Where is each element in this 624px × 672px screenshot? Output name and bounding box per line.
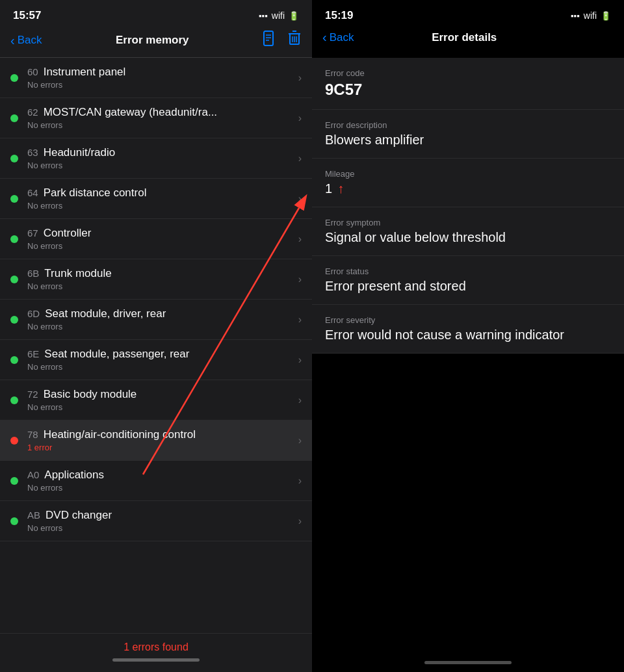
status-dot bbox=[10, 316, 18, 324]
error-description-section: Error description Blowers amplifier bbox=[312, 110, 624, 159]
item-title: 64Park distance control bbox=[27, 187, 298, 200]
error-status-label: Error status bbox=[325, 266, 611, 276]
item-subtitle: No errors bbox=[27, 523, 298, 533]
top-spacer bbox=[312, 51, 624, 58]
status-dot bbox=[10, 477, 18, 485]
item-subtitle: No errors bbox=[27, 322, 298, 331]
svg-rect-0 bbox=[264, 31, 273, 45]
status-dot bbox=[10, 114, 18, 122]
status-dot bbox=[10, 195, 18, 203]
right-chevron-icon: ‹ bbox=[322, 30, 327, 45]
status-dot bbox=[10, 155, 18, 162]
wifi-icon: wifi bbox=[272, 10, 285, 21]
mileage-value: 1 ↑ bbox=[325, 181, 611, 196]
battery-icon: 🔋 bbox=[289, 11, 299, 21]
status-dot bbox=[10, 276, 18, 283]
arrow-pointer-icon: ↑ bbox=[337, 181, 344, 196]
item-subtitle: No errors bbox=[27, 241, 298, 251]
signal-icon: ▪▪▪ bbox=[571, 11, 580, 21]
list-item-error[interactable]: 78Heating/air-conditioning control 1 err… bbox=[0, 420, 312, 461]
item-subtitle: No errors bbox=[27, 201, 298, 211]
item-title: 6DSeat module, driver, rear bbox=[27, 307, 298, 320]
left-back-button[interactable]: ‹ Back bbox=[10, 33, 42, 48]
item-title: 6BTrunk module bbox=[27, 267, 298, 280]
item-subtitle: No errors bbox=[27, 120, 298, 130]
error-count-label: 1 errors found bbox=[8, 641, 304, 653]
list-item[interactable]: A0Applications No errors › bbox=[0, 461, 312, 501]
item-subtitle: No errors bbox=[27, 483, 298, 493]
document-icon-button[interactable] bbox=[263, 30, 277, 51]
status-dot bbox=[10, 235, 18, 243]
right-status-icons: ▪▪▪ wifi 🔋 bbox=[571, 10, 611, 21]
left-nav-actions bbox=[263, 30, 302, 51]
left-nav-title: Error memory bbox=[116, 34, 188, 47]
chevron-icon: › bbox=[298, 112, 302, 124]
item-title: 63Headunit/radio bbox=[27, 146, 298, 159]
status-dot bbox=[10, 396, 18, 404]
error-code-section: Error code 9C57 bbox=[312, 58, 624, 110]
chevron-icon: › bbox=[298, 153, 302, 164]
chevron-icon: › bbox=[298, 193, 302, 205]
right-back-button[interactable]: ‹ Back bbox=[322, 30, 354, 45]
list-item[interactable]: 64Park distance control No errors › bbox=[0, 179, 312, 219]
error-code-value: 9C57 bbox=[325, 81, 611, 99]
list-item[interactable]: 72Basic body module No errors › bbox=[0, 380, 312, 420]
list-item[interactable]: ABDVD changer No errors › bbox=[0, 501, 312, 541]
right-footer bbox=[312, 651, 624, 672]
chevron-icon: › bbox=[298, 394, 302, 406]
error-description-label: Error description bbox=[325, 120, 611, 130]
error-severity-value: Error would not cause a warning indicato… bbox=[325, 328, 611, 342]
left-list: 60Instrument panel No errors › 62MOST/CA… bbox=[0, 58, 312, 633]
chevron-icon: › bbox=[298, 233, 302, 245]
status-dot bbox=[10, 356, 18, 364]
item-subtitle: No errors bbox=[27, 402, 298, 412]
home-indicator bbox=[112, 658, 200, 662]
error-symptom-value: Signal or value below threshold bbox=[325, 230, 611, 245]
item-subtitle: No errors bbox=[27, 80, 298, 90]
list-item[interactable]: 62MOST/CAN gateway (headunit/ra... No er… bbox=[0, 98, 312, 138]
list-item[interactable]: 63Headunit/radio No errors › bbox=[0, 138, 312, 179]
item-title: 78Heating/air-conditioning control bbox=[27, 428, 298, 441]
item-title: 6ESeat module, passenger, rear bbox=[27, 348, 298, 361]
error-code-label: Error code bbox=[325, 68, 611, 78]
right-nav-title: Error details bbox=[432, 31, 497, 44]
error-description-value: Blowers amplifier bbox=[325, 133, 611, 148]
mileage-label: Mileage bbox=[325, 169, 611, 179]
item-title: 67Controller bbox=[27, 227, 298, 240]
left-time: 15:57 bbox=[13, 9, 41, 22]
item-subtitle: No errors bbox=[27, 161, 298, 170]
right-panel: 15:19 ▪▪▪ wifi 🔋 ‹ Back Error details Er… bbox=[312, 0, 624, 672]
left-footer: 1 errors found bbox=[0, 633, 312, 672]
left-status-icons: ▪▪▪ wifi 🔋 bbox=[259, 10, 299, 21]
left-status-bar: 15:57 ▪▪▪ wifi 🔋 bbox=[0, 0, 312, 27]
left-back-label: Back bbox=[18, 34, 42, 47]
right-status-bar: 15:19 ▪▪▪ wifi 🔋 bbox=[312, 0, 624, 27]
battery-icon: 🔋 bbox=[601, 11, 611, 21]
chevron-icon: › bbox=[298, 72, 302, 84]
signal-icon: ▪▪▪ bbox=[259, 11, 268, 21]
list-item[interactable]: 6ESeat module, passenger, rear No errors… bbox=[0, 340, 312, 380]
left-nav-bar: ‹ Back Error memory bbox=[0, 27, 312, 57]
error-symptom-section: Error symptom Signal or value below thre… bbox=[312, 207, 624, 256]
trash-icon-button[interactable] bbox=[287, 30, 302, 51]
list-item[interactable]: 6DSeat module, driver, rear No errors › bbox=[0, 300, 312, 340]
item-title: 60Instrument panel bbox=[27, 66, 298, 79]
status-dot bbox=[10, 517, 18, 525]
error-severity-section: Error severity Error would not cause a w… bbox=[312, 305, 624, 354]
left-chevron-icon: ‹ bbox=[10, 33, 15, 48]
right-back-label: Back bbox=[330, 31, 354, 44]
right-nav-bar: ‹ Back Error details bbox=[312, 27, 624, 51]
chevron-icon: › bbox=[298, 314, 302, 326]
item-subtitle: No errors bbox=[27, 362, 298, 372]
left-panel: 15:57 ▪▪▪ wifi 🔋 ‹ Back Error memory bbox=[0, 0, 312, 672]
mileage-number: 1 bbox=[325, 181, 332, 196]
chevron-icon: › bbox=[298, 354, 302, 366]
right-home-indicator bbox=[424, 661, 512, 664]
right-time: 15:19 bbox=[325, 9, 353, 22]
list-item[interactable]: 60Instrument panel No errors › bbox=[0, 58, 312, 98]
item-title: A0Applications bbox=[27, 469, 298, 482]
list-item[interactable]: 67Controller No errors › bbox=[0, 219, 312, 259]
item-title: ABDVD changer bbox=[27, 509, 298, 522]
list-item[interactable]: 6BTrunk module No errors › bbox=[0, 259, 312, 300]
error-status-section: Error status Error present and stored bbox=[312, 256, 624, 305]
